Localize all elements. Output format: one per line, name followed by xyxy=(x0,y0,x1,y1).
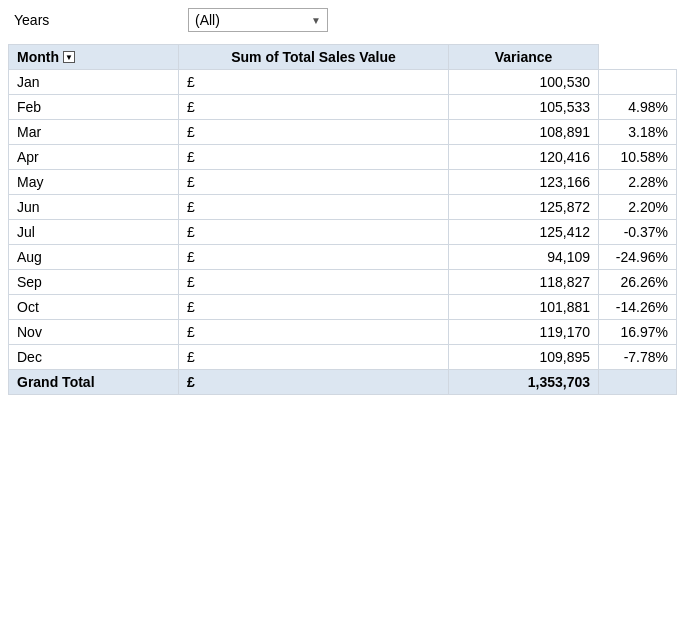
cell-variance: 10.58% xyxy=(599,145,677,170)
cell-currency: £ xyxy=(179,270,449,295)
cell-currency: £ xyxy=(179,70,449,95)
years-filter-dropdown[interactable]: (All) ▼ xyxy=(188,8,328,32)
cell-value: 109,895 xyxy=(449,345,599,370)
month-filter-icon[interactable]: ▼ xyxy=(63,51,75,63)
cell-variance: 3.18% xyxy=(599,120,677,145)
cell-currency: £ xyxy=(179,195,449,220)
cell-value: 118,827 xyxy=(449,270,599,295)
cell-value: 119,170 xyxy=(449,320,599,345)
header-sales: Sum of Total Sales Value xyxy=(179,45,449,70)
table-row: Nov £ 119,170 16.97% xyxy=(9,320,677,345)
cell-value: 94,109 xyxy=(449,245,599,270)
cell-currency: £ xyxy=(179,145,449,170)
cell-variance xyxy=(599,70,677,95)
cell-currency: £ xyxy=(179,220,449,245)
cell-month: Mar xyxy=(9,120,179,145)
cell-currency: £ xyxy=(179,320,449,345)
cell-variance: -7.78% xyxy=(599,345,677,370)
filter-row: Years (All) ▼ xyxy=(8,8,677,32)
cell-value: 105,533 xyxy=(449,95,599,120)
cell-month: Sep xyxy=(9,270,179,295)
cell-currency: £ xyxy=(179,245,449,270)
grand-total-row: Grand Total £ 1,353,703 xyxy=(9,370,677,395)
grand-total-value: 1,353,703 xyxy=(449,370,599,395)
years-filter-value: (All) xyxy=(195,12,301,28)
cell-value: 125,412 xyxy=(449,220,599,245)
table-row: Jul £ 125,412 -0.37% xyxy=(9,220,677,245)
grand-total-currency: £ xyxy=(179,370,449,395)
grand-total-label: Grand Total xyxy=(9,370,179,395)
table-row: Aug £ 94,109 -24.96% xyxy=(9,245,677,270)
cell-currency: £ xyxy=(179,170,449,195)
table-row: Dec £ 109,895 -7.78% xyxy=(9,345,677,370)
cell-variance: 16.97% xyxy=(599,320,677,345)
cell-value: 120,416 xyxy=(449,145,599,170)
cell-month: Jul xyxy=(9,220,179,245)
cell-variance: 2.28% xyxy=(599,170,677,195)
table-row: Oct £ 101,881 -14.26% xyxy=(9,295,677,320)
table-row: Mar £ 108,891 3.18% xyxy=(9,120,677,145)
cell-value: 108,891 xyxy=(449,120,599,145)
cell-month: Oct xyxy=(9,295,179,320)
table-row: May £ 123,166 2.28% xyxy=(9,170,677,195)
cell-currency: £ xyxy=(179,95,449,120)
cell-value: 101,881 xyxy=(449,295,599,320)
table-row: Apr £ 120,416 10.58% xyxy=(9,145,677,170)
cell-value: 123,166 xyxy=(449,170,599,195)
table-row: Feb £ 105,533 4.98% xyxy=(9,95,677,120)
cell-variance: 2.20% xyxy=(599,195,677,220)
cell-month: Jan xyxy=(9,70,179,95)
cell-variance: -0.37% xyxy=(599,220,677,245)
header-variance: Variance xyxy=(449,45,599,70)
cell-value: 125,872 xyxy=(449,195,599,220)
header-row: Month ▼ Sum of Total Sales Value Varianc… xyxy=(9,45,677,70)
grand-total-variance xyxy=(599,370,677,395)
cell-currency: £ xyxy=(179,120,449,145)
cell-month: Aug xyxy=(9,245,179,270)
table-row: Sep £ 118,827 26.26% xyxy=(9,270,677,295)
table-row: Jun £ 125,872 2.20% xyxy=(9,195,677,220)
header-month: Month ▼ xyxy=(9,45,179,70)
cell-variance: -14.26% xyxy=(599,295,677,320)
cell-month: May xyxy=(9,170,179,195)
cell-month: Feb xyxy=(9,95,179,120)
pivot-table: Month ▼ Sum of Total Sales Value Varianc… xyxy=(8,44,677,395)
cell-variance: 4.98% xyxy=(599,95,677,120)
dropdown-arrow-icon: ▼ xyxy=(311,15,321,26)
cell-value: 100,530 xyxy=(449,70,599,95)
cell-currency: £ xyxy=(179,345,449,370)
cell-variance: -24.96% xyxy=(599,245,677,270)
cell-month: Jun xyxy=(9,195,179,220)
header-month-label: Month xyxy=(17,49,59,65)
table-row: Jan £ 100,530 xyxy=(9,70,677,95)
main-container: Years (All) ▼ Month ▼ Sum of Total Sales… xyxy=(0,0,685,403)
cell-currency: £ xyxy=(179,295,449,320)
month-filter-btn[interactable]: Month ▼ xyxy=(17,49,75,65)
filter-label: Years xyxy=(8,8,188,32)
cell-month: Apr xyxy=(9,145,179,170)
cell-month: Nov xyxy=(9,320,179,345)
cell-variance: 26.26% xyxy=(599,270,677,295)
cell-month: Dec xyxy=(9,345,179,370)
